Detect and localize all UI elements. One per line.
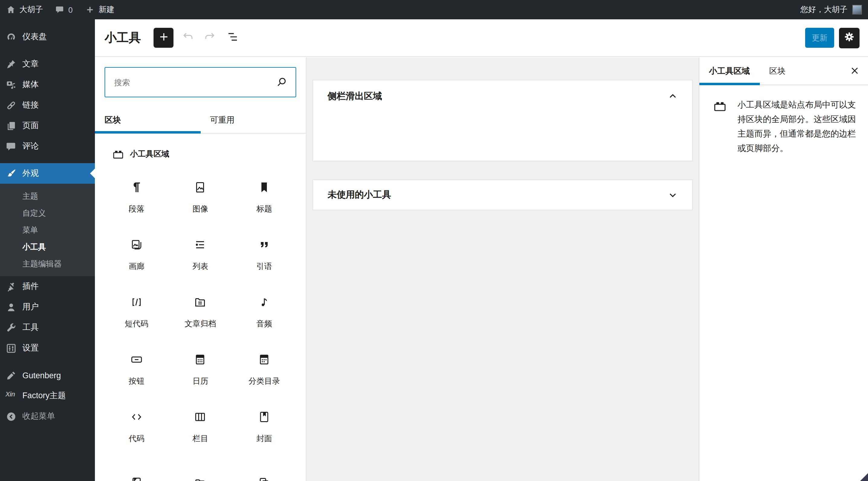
current-menu-arrow <box>90 169 95 178</box>
block-item-button[interactable]: 按钮 <box>104 332 168 390</box>
sidebar-item-label: 外观 <box>22 168 39 179</box>
link-icon <box>5 99 17 111</box>
sidebar-item-label: 用户 <box>22 301 39 312</box>
chevron-up-icon[interactable] <box>667 90 679 102</box>
sidebar-item-label: Factory主题 <box>22 390 66 401</box>
block-item-image[interactable]: 图像 <box>168 160 232 218</box>
undo-button[interactable] <box>181 31 195 45</box>
submenu-item-widgets[interactable]: 小工具 <box>0 239 95 256</box>
code-icon <box>129 410 144 424</box>
comments-icon <box>5 140 17 152</box>
submenu-item-customize[interactable]: 自定义 <box>0 205 95 222</box>
admin-bar-new[interactable]: ＋ 新建 <box>79 0 120 19</box>
admin-sidebar: 仪表盘 文章 媒体 链接 页面 <box>0 19 95 481</box>
block-item-calendar[interactable]: 日历 <box>168 332 232 390</box>
block-item-audio[interactable]: 音频 <box>232 275 296 332</box>
redo-icon <box>203 30 217 46</box>
admin-bar-comments[interactable]: 0 <box>49 0 79 19</box>
list-view-button[interactable] <box>225 31 240 45</box>
block-item-custom-html[interactable] <box>104 447 168 481</box>
close-settings-button[interactable] <box>847 64 862 78</box>
sidebar-item-label: 工具 <box>22 322 39 333</box>
admin-bar-greeting[interactable]: 您好，大胡子 <box>800 4 847 15</box>
submenu-item-menus[interactable]: 菜单 <box>0 222 95 239</box>
sidebar-item-plugins[interactable]: 插件 <box>0 276 95 297</box>
audio-note-icon <box>257 295 271 310</box>
tab-block[interactable]: 区块 <box>760 57 795 85</box>
sidebar-item-dashboard[interactable]: 仪表盘 <box>0 27 95 47</box>
block-item-archives[interactable]: 文章归档 <box>168 275 232 332</box>
plus-icon: ＋ <box>85 5 95 14</box>
block-item-paragraph[interactable]: 段落 <box>104 160 168 218</box>
sidebar-item-label: Gutenberg <box>22 371 61 380</box>
sidebar-item-appearance[interactable]: 外观 <box>0 163 95 184</box>
block-item-file[interactable] <box>168 447 232 481</box>
gallery-icon <box>129 237 144 252</box>
sidebar-item-label: 插件 <box>22 281 39 292</box>
submenu-item-themes[interactable]: 主题 <box>0 188 95 205</box>
sidebar-item-tools[interactable]: 工具 <box>0 317 95 338</box>
sidebar-item-media[interactable]: 媒体 <box>0 74 95 95</box>
search-box <box>104 67 296 97</box>
editor-header: 小工具 更新 <box>95 19 868 57</box>
sidebar-item-label: 文章 <box>22 59 39 69</box>
admin-bar: 大胡子 0 ＋ 新建 您好，大胡子 <box>0 0 868 19</box>
widget-area-header[interactable]: 未使用的小工具 <box>313 180 692 210</box>
sidebar-item-gutenberg[interactable]: Gutenberg <box>0 365 95 386</box>
admin-bar-site-name: 大胡子 <box>19 4 43 15</box>
sidebar-item-pages[interactable]: 页面 <box>0 116 95 136</box>
tab-reusable[interactable]: 可重用 <box>200 107 306 133</box>
block-item-quote[interactable]: 引语 <box>232 218 296 275</box>
block-grid: 段落 图像 标题 画廊 <box>95 160 306 481</box>
settings-sidebar: 小工具区域 区块 小工具区域是站点布局中可以支持区块的全局部分。这些区域因主题而… <box>699 57 868 481</box>
avatar[interactable] <box>852 5 862 14</box>
block-item-categories[interactable]: 分类目录 <box>232 332 296 390</box>
add-block-button[interactable] <box>154 28 174 48</box>
submenu-item-theme-editor[interactable]: 主题编辑器 <box>0 256 95 272</box>
block-item-shortcode[interactable]: 短代码 <box>104 275 168 332</box>
section-title: 小工具区域 <box>130 149 169 160</box>
widget-area-inactive: 未使用的小工具 <box>312 180 693 210</box>
block-item-code[interactable]: 代码 <box>104 390 168 447</box>
calendar-icon <box>193 352 208 367</box>
tab-blocks[interactable]: 区块 <box>95 107 200 133</box>
search-input[interactable] <box>104 67 296 97</box>
inserter-tabs: 区块 可重用 <box>95 107 306 133</box>
xin-logo-icon: Xin <box>5 390 17 402</box>
block-item-heading[interactable]: 标题 <box>232 160 296 218</box>
sidebar-item-collapse-menu[interactable]: 收起菜单 <box>0 406 95 427</box>
list-view-icon <box>225 30 240 46</box>
comment-count: 0 <box>68 5 72 14</box>
wordpress-widgets-editor: 大胡子 0 ＋ 新建 您好，大胡子 仪表盘 <box>0 0 868 481</box>
sidebar-item-users[interactable]: 用户 <box>0 297 95 317</box>
widget-area-icon <box>713 99 727 114</box>
block-item-gallery[interactable]: 画廊 <box>104 218 168 275</box>
sidebar-item-settings[interactable]: 设置 <box>0 338 95 358</box>
block-item-columns[interactable]: 栏目 <box>168 390 232 447</box>
cover-icon <box>257 410 271 424</box>
admin-bar-site-menu[interactable]: 大胡子 <box>0 0 49 19</box>
update-button[interactable]: 更新 <box>805 28 834 48</box>
heading-bookmark-icon <box>257 180 271 195</box>
sidebar-item-posts[interactable]: 文章 <box>0 54 95 74</box>
sidebar-item-links[interactable]: 链接 <box>0 95 95 116</box>
redo-button[interactable] <box>203 31 217 45</box>
home-icon <box>6 5 16 14</box>
block-item-list[interactable]: 列表 <box>168 218 232 275</box>
block-inserter-panel: 区块 可重用 小工具区域 段落 图像 <box>95 57 306 481</box>
corner-resize-triangle <box>860 473 868 481</box>
sidebar-item-xin-factory[interactable]: Xin Factory主题 <box>0 386 95 406</box>
custom-html-icon <box>129 476 144 481</box>
columns-icon <box>193 410 208 424</box>
tab-widget-areas[interactable]: 小工具区域 <box>700 57 760 85</box>
block-item-cover[interactable]: 封面 <box>232 390 296 447</box>
collapse-icon <box>5 411 17 422</box>
widget-area-header[interactable]: 侧栏滑出区域 <box>313 81 692 102</box>
widgets-canvas: 侧栏滑出区域 未使用的小工具 <box>306 57 699 481</box>
settings-toggle-button[interactable] <box>839 28 860 48</box>
plugin-icon <box>5 281 17 292</box>
sidebar-item-comments[interactable]: 评论 <box>0 136 95 157</box>
settings-icon <box>5 342 17 354</box>
block-item-group[interactable] <box>232 447 296 481</box>
chevron-down-icon[interactable] <box>667 189 679 201</box>
